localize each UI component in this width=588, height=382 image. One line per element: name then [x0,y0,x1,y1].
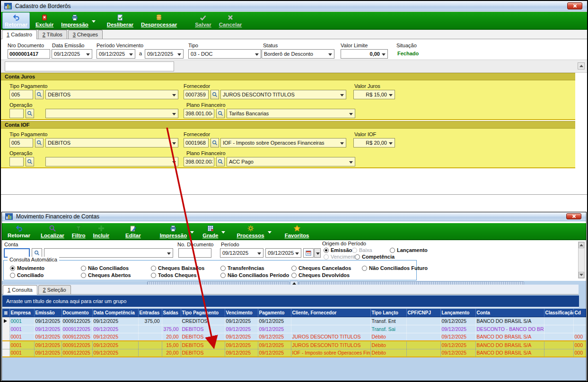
toolbar-button-grade[interactable]: Grade [201,224,228,239]
radio-transferencias[interactable]: Transferências [220,265,264,271]
toolbar-button-filtro[interactable]: Filtro [70,224,88,239]
close-button[interactable] [566,213,581,219]
conta-select[interactable] [44,248,173,258]
tab-3-cheques[interactable]: 3 Cheques [68,30,103,39]
nro-documento-input[interactable] [8,49,50,59]
column-header-data-competencia[interactable]: Data Competência [92,309,138,317]
close-button[interactable] [567,2,582,9]
tab-2-titulos[interactable]: 2 Títulos [38,30,67,39]
status-select[interactable]: Borderô de Desconto [262,49,334,59]
table-row[interactable]: 000109/12/2025000912202509/12/2025375,00… [2,317,586,325]
radio-todos-cheques[interactable]: Todos Cheques [151,272,197,278]
toolbar-button-desprocessar[interactable]: Desprocessar [139,13,179,28]
radio-nao-conciliados-periodo[interactable]: Não Conciliados Período [220,272,289,278]
table-row[interactable]: 000109/12/2025000912202509/12/2025375,00… [2,325,586,333]
tipo-pagamento-code-input[interactable] [9,90,33,99]
toolbar-button-incluir[interactable]: Incluir [91,224,112,239]
valor-juros-input[interactable]: R$ 15,00 [353,90,395,99]
toolbar-button-excluir[interactable]: Excluir [34,13,55,28]
column-header-cpf-cnpj[interactable]: CPF/CNPJ [406,309,440,317]
toolbar-button-processos[interactable]: Processos [235,224,274,239]
operacao-code-input[interactable] [9,109,24,118]
column-header-documento[interactable]: Documento [61,309,92,317]
scroll-up-icon[interactable] [579,242,584,248]
radio-lancamento[interactable]: Lançamento [390,247,428,253]
tipo-pagamento-select[interactable]: DEBITOS [45,90,178,99]
calendar-button[interactable] [303,248,314,258]
column-header-saidas[interactable]: Saídas [162,309,181,317]
search-lookup-button[interactable] [35,138,44,148]
chevron-down-icon[interactable] [221,231,225,234]
plano-financeiro-select[interactable]: Tarifas Bancarias [227,109,355,118]
fornecedor-select[interactable]: JUROS DESCONTO TITULOS [220,90,346,99]
operacao-select[interactable] [45,109,178,118]
search-lookup-button[interactable] [216,109,225,118]
valor-limite-input[interactable]: 0,00 [341,49,388,59]
toolbar-button-impressao[interactable]: Impressão [158,224,197,239]
search-lookup-button[interactable] [26,109,34,118]
radio-conciliado[interactable]: Conciliado [10,272,44,278]
fornecedor-code-input[interactable] [184,138,209,148]
no-documento-input[interactable] [178,248,211,258]
table-row[interactable]: 000109/12/2025000912202509/12/202520,00D… [2,333,586,341]
radio-nao-conciliados-futuro[interactable]: Não Conciliados Futuro [362,265,428,271]
group-by-band[interactable]: Arraste um título de coluna aqui para cr… [2,295,579,308]
valor-iof-input[interactable]: R$ 20,00 [353,138,395,148]
search-lookup-button[interactable] [35,90,44,99]
table-row[interactable]: 000109/12/2025000912202509/12/202520,00D… [2,349,586,357]
search-lookup-button[interactable] [32,248,42,258]
table-row[interactable]: 000109/12/2025000912202509/12/202515,00D… [2,341,586,349]
column-header-vencimento[interactable]: Vencimento [225,309,258,317]
scroll-up-button[interactable] [578,62,585,69]
periodo-to-select[interactable]: 09/12/2025 [265,248,301,258]
toolbar-button-favoritos[interactable]: Favoritos [283,224,311,239]
toolbar-button-desliberar[interactable]: Desliberar [105,13,135,28]
conta-input[interactable] [4,248,30,258]
periodo-from-select[interactable]: 09/12/2025 [220,248,263,258]
radio-nao-conciliados[interactable]: Não Conciliados [81,265,129,271]
plano-financeiro-code-input[interactable] [184,109,214,118]
fornecedor-select[interactable]: IOF - Imposto sobre Operacoes Financeira… [220,138,346,148]
tab-1-cadastro[interactable]: 1 Cadastro [2,30,37,39]
column-header-entradas[interactable]: Entradas [138,309,162,317]
search-lookup-button[interactable] [26,157,34,166]
search-lookup-button[interactable] [211,90,219,99]
toolbar-button-retornar[interactable]: Retornar [2,12,30,29]
search-lookup-button[interactable] [211,138,219,148]
scroll-down-icon[interactable] [579,272,584,278]
column-header-conta[interactable]: Conta [475,309,544,317]
radio-emissao[interactable]: Emissão [324,247,352,253]
column-header-empresa[interactable]: Empresa [9,309,34,317]
chevron-down-icon[interactable] [268,231,272,234]
column-header-pagamento[interactable]: Pagamento [258,309,291,317]
tipo-select[interactable]: 03 - DOC [188,49,261,59]
radio-competencia[interactable]: Competência [355,254,395,260]
chevron-down-icon[interactable] [92,20,96,23]
radio-cheques-devolvidos[interactable]: Cheques Devolvidos [291,272,350,278]
column-header-cd[interactable]: Cd [573,309,586,317]
column-header-lancamento[interactable]: Lançamento [440,309,475,317]
empty-text-box[interactable] [5,61,174,71]
radio-movimento[interactable]: Movimento [10,265,44,271]
toolbar-button-editar[interactable]: Editar [123,224,143,239]
tab-1-consulta[interactable]: 1 Consulta [3,285,37,295]
data-emissao-select[interactable]: 09/12/2025 [52,49,92,59]
chevron-down-icon[interactable] [190,231,194,234]
column-header-tipo-lancto[interactable]: Tipo Lançto [370,309,406,317]
vertical-scrollbar[interactable] [578,242,585,278]
column-header-tipo-pagamento[interactable]: Tipo Pagamento [181,309,225,317]
fornecedor-code-input[interactable] [184,90,209,99]
plano-financeiro-select[interactable]: ACC Pago [227,157,355,166]
column-header-classificacao[interactable]: Classificação [544,309,573,317]
tipo-pagamento-code-input[interactable] [9,138,33,148]
radio-cheques-abertos[interactable]: Cheques Abertos [81,272,131,278]
column-header-cliente-fornecedor[interactable]: Cliente, Fornecedor [291,309,370,317]
toolbar-button-impressao[interactable]: Impressão [59,13,98,28]
plano-financeiro-code-input[interactable] [184,157,214,166]
periodo-vencimento-to-select[interactable]: 09/12/2025 [145,49,184,59]
radio-cheques-baixados[interactable]: Cheques Baixados [151,265,204,271]
periodo-vencimento-from-select[interactable]: 09/12/2025 [97,49,135,59]
operacao-code-input[interactable] [9,157,24,166]
tipo-pagamento-select[interactable]: DEBITOS [45,138,178,148]
column-header-emissao[interactable]: Emissão [34,309,61,317]
